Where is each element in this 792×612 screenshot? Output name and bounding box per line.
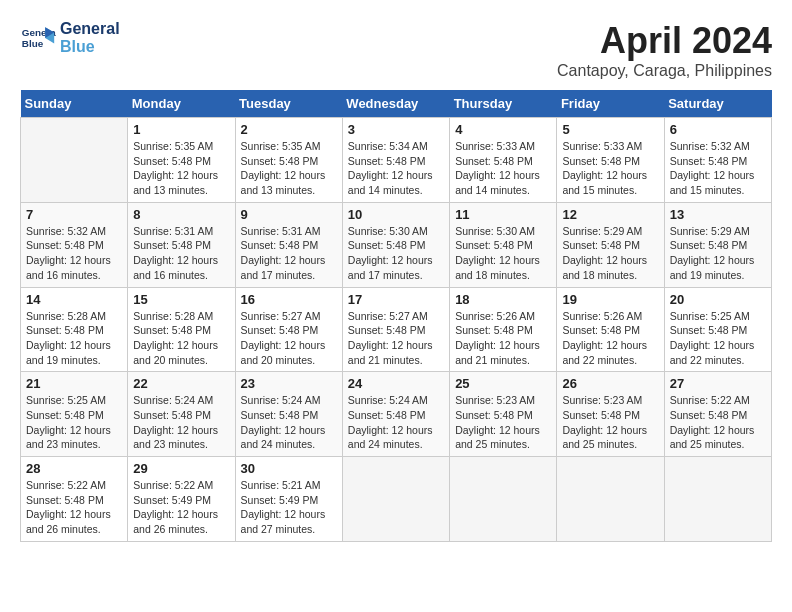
calendar-cell: 11Sunrise: 5:30 AM Sunset: 5:48 PM Dayli… — [450, 202, 557, 287]
day-info: Sunrise: 5:27 AM Sunset: 5:48 PM Dayligh… — [348, 309, 444, 368]
calendar-cell: 15Sunrise: 5:28 AM Sunset: 5:48 PM Dayli… — [128, 287, 235, 372]
calendar-week-row: 14Sunrise: 5:28 AM Sunset: 5:48 PM Dayli… — [21, 287, 772, 372]
day-number: 16 — [241, 292, 337, 307]
calendar-cell: 19Sunrise: 5:26 AM Sunset: 5:48 PM Dayli… — [557, 287, 664, 372]
calendar-header: SundayMondayTuesdayWednesdayThursdayFrid… — [21, 90, 772, 118]
day-number: 10 — [348, 207, 444, 222]
calendar-cell: 3Sunrise: 5:34 AM Sunset: 5:48 PM Daylig… — [342, 118, 449, 203]
day-number: 25 — [455, 376, 551, 391]
calendar-week-row: 1Sunrise: 5:35 AM Sunset: 5:48 PM Daylig… — [21, 118, 772, 203]
day-info: Sunrise: 5:24 AM Sunset: 5:48 PM Dayligh… — [348, 393, 444, 452]
calendar-header-row: SundayMondayTuesdayWednesdayThursdayFrid… — [21, 90, 772, 118]
day-info: Sunrise: 5:26 AM Sunset: 5:48 PM Dayligh… — [455, 309, 551, 368]
day-number: 30 — [241, 461, 337, 476]
calendar-cell: 25Sunrise: 5:23 AM Sunset: 5:48 PM Dayli… — [450, 372, 557, 457]
day-number: 6 — [670, 122, 766, 137]
day-info: Sunrise: 5:33 AM Sunset: 5:48 PM Dayligh… — [562, 139, 658, 198]
day-number: 5 — [562, 122, 658, 137]
calendar-cell: 17Sunrise: 5:27 AM Sunset: 5:48 PM Dayli… — [342, 287, 449, 372]
calendar-cell: 13Sunrise: 5:29 AM Sunset: 5:48 PM Dayli… — [664, 202, 771, 287]
day-number: 12 — [562, 207, 658, 222]
calendar-cell: 14Sunrise: 5:28 AM Sunset: 5:48 PM Dayli… — [21, 287, 128, 372]
calendar-cell: 24Sunrise: 5:24 AM Sunset: 5:48 PM Dayli… — [342, 372, 449, 457]
day-info: Sunrise: 5:22 AM Sunset: 5:49 PM Dayligh… — [133, 478, 229, 537]
day-info: Sunrise: 5:31 AM Sunset: 5:48 PM Dayligh… — [133, 224, 229, 283]
calendar-cell: 7Sunrise: 5:32 AM Sunset: 5:48 PM Daylig… — [21, 202, 128, 287]
day-number: 7 — [26, 207, 122, 222]
calendar-day-header: Sunday — [21, 90, 128, 118]
calendar-cell: 23Sunrise: 5:24 AM Sunset: 5:48 PM Dayli… — [235, 372, 342, 457]
day-info: Sunrise: 5:33 AM Sunset: 5:48 PM Dayligh… — [455, 139, 551, 198]
day-number: 24 — [348, 376, 444, 391]
day-number: 27 — [670, 376, 766, 391]
day-info: Sunrise: 5:23 AM Sunset: 5:48 PM Dayligh… — [562, 393, 658, 452]
calendar-cell: 2Sunrise: 5:35 AM Sunset: 5:48 PM Daylig… — [235, 118, 342, 203]
calendar-day-header: Monday — [128, 90, 235, 118]
calendar-table: SundayMondayTuesdayWednesdayThursdayFrid… — [20, 90, 772, 542]
calendar-cell — [342, 457, 449, 542]
day-info: Sunrise: 5:21 AM Sunset: 5:49 PM Dayligh… — [241, 478, 337, 537]
day-number: 18 — [455, 292, 551, 307]
page-subtitle: Cantapoy, Caraga, Philippines — [557, 62, 772, 80]
calendar-cell: 8Sunrise: 5:31 AM Sunset: 5:48 PM Daylig… — [128, 202, 235, 287]
header: General Blue General Blue April 2024 Can… — [20, 20, 772, 80]
day-info: Sunrise: 5:35 AM Sunset: 5:48 PM Dayligh… — [133, 139, 229, 198]
day-number: 19 — [562, 292, 658, 307]
day-number: 9 — [241, 207, 337, 222]
calendar-cell: 21Sunrise: 5:25 AM Sunset: 5:48 PM Dayli… — [21, 372, 128, 457]
day-info: Sunrise: 5:22 AM Sunset: 5:48 PM Dayligh… — [26, 478, 122, 537]
calendar-cell: 27Sunrise: 5:22 AM Sunset: 5:48 PM Dayli… — [664, 372, 771, 457]
calendar-cell: 29Sunrise: 5:22 AM Sunset: 5:49 PM Dayli… — [128, 457, 235, 542]
day-info: Sunrise: 5:28 AM Sunset: 5:48 PM Dayligh… — [133, 309, 229, 368]
calendar-week-row: 28Sunrise: 5:22 AM Sunset: 5:48 PM Dayli… — [21, 457, 772, 542]
svg-text:Blue: Blue — [22, 38, 44, 49]
calendar-day-header: Thursday — [450, 90, 557, 118]
day-number: 14 — [26, 292, 122, 307]
day-info: Sunrise: 5:24 AM Sunset: 5:48 PM Dayligh… — [241, 393, 337, 452]
day-number: 29 — [133, 461, 229, 476]
day-info: Sunrise: 5:30 AM Sunset: 5:48 PM Dayligh… — [348, 224, 444, 283]
calendar-cell: 26Sunrise: 5:23 AM Sunset: 5:48 PM Dayli… — [557, 372, 664, 457]
logo-text-line2: Blue — [60, 38, 120, 56]
day-info: Sunrise: 5:25 AM Sunset: 5:48 PM Dayligh… — [26, 393, 122, 452]
day-number: 22 — [133, 376, 229, 391]
calendar-day-header: Wednesday — [342, 90, 449, 118]
day-number: 28 — [26, 461, 122, 476]
day-info: Sunrise: 5:23 AM Sunset: 5:48 PM Dayligh… — [455, 393, 551, 452]
day-number: 17 — [348, 292, 444, 307]
day-info: Sunrise: 5:29 AM Sunset: 5:48 PM Dayligh… — [562, 224, 658, 283]
calendar-cell: 22Sunrise: 5:24 AM Sunset: 5:48 PM Dayli… — [128, 372, 235, 457]
day-info: Sunrise: 5:26 AM Sunset: 5:48 PM Dayligh… — [562, 309, 658, 368]
calendar-day-header: Saturday — [664, 90, 771, 118]
calendar-cell: 5Sunrise: 5:33 AM Sunset: 5:48 PM Daylig… — [557, 118, 664, 203]
day-number: 3 — [348, 122, 444, 137]
calendar-cell: 28Sunrise: 5:22 AM Sunset: 5:48 PM Dayli… — [21, 457, 128, 542]
day-number: 13 — [670, 207, 766, 222]
calendar-cell — [664, 457, 771, 542]
calendar-week-row: 21Sunrise: 5:25 AM Sunset: 5:48 PM Dayli… — [21, 372, 772, 457]
day-number: 11 — [455, 207, 551, 222]
calendar-cell: 20Sunrise: 5:25 AM Sunset: 5:48 PM Dayli… — [664, 287, 771, 372]
logo-text-line1: General — [60, 20, 120, 38]
calendar-cell: 30Sunrise: 5:21 AM Sunset: 5:49 PM Dayli… — [235, 457, 342, 542]
day-number: 23 — [241, 376, 337, 391]
calendar-day-header: Tuesday — [235, 90, 342, 118]
day-number: 26 — [562, 376, 658, 391]
day-number: 21 — [26, 376, 122, 391]
calendar-cell — [21, 118, 128, 203]
title-area: April 2024 Cantapoy, Caraga, Philippines — [557, 20, 772, 80]
day-number: 4 — [455, 122, 551, 137]
calendar-body: 1Sunrise: 5:35 AM Sunset: 5:48 PM Daylig… — [21, 118, 772, 542]
day-info: Sunrise: 5:34 AM Sunset: 5:48 PM Dayligh… — [348, 139, 444, 198]
calendar-cell: 16Sunrise: 5:27 AM Sunset: 5:48 PM Dayli… — [235, 287, 342, 372]
calendar-cell: 4Sunrise: 5:33 AM Sunset: 5:48 PM Daylig… — [450, 118, 557, 203]
calendar-cell: 18Sunrise: 5:26 AM Sunset: 5:48 PM Dayli… — [450, 287, 557, 372]
calendar-cell: 9Sunrise: 5:31 AM Sunset: 5:48 PM Daylig… — [235, 202, 342, 287]
day-number: 8 — [133, 207, 229, 222]
calendar-cell: 10Sunrise: 5:30 AM Sunset: 5:48 PM Dayli… — [342, 202, 449, 287]
page-title: April 2024 — [557, 20, 772, 62]
calendar-cell: 6Sunrise: 5:32 AM Sunset: 5:48 PM Daylig… — [664, 118, 771, 203]
day-info: Sunrise: 5:22 AM Sunset: 5:48 PM Dayligh… — [670, 393, 766, 452]
calendar-cell: 1Sunrise: 5:35 AM Sunset: 5:48 PM Daylig… — [128, 118, 235, 203]
day-number: 1 — [133, 122, 229, 137]
